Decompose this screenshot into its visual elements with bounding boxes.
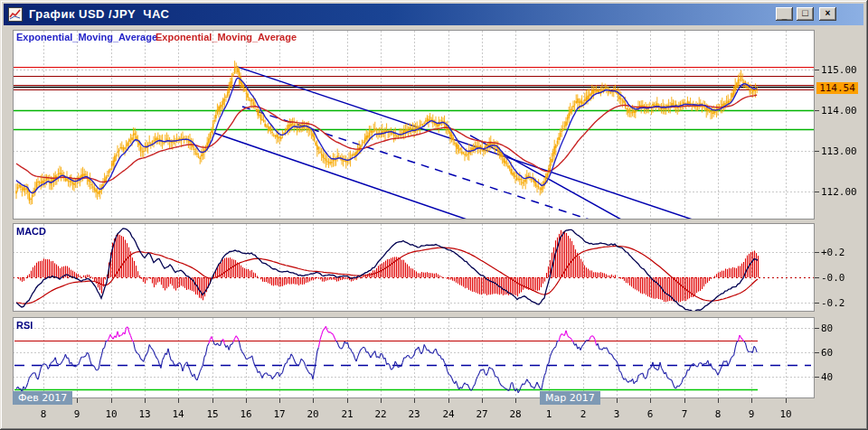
minimize-icon: _ (782, 10, 788, 20)
chart-window: График USD /JPY ЧАС _ □ × Exponential_Mo… (0, 0, 868, 430)
rsi-axis-label: 60 (821, 347, 833, 359)
rsi-panel-label: RSI (16, 320, 33, 331)
date-axis-label: 9 (749, 408, 755, 420)
macd-axis-label: +0.2 (821, 247, 845, 258)
chart-window-icon (8, 7, 23, 22)
date-axis-label: 14 (172, 408, 184, 420)
maximize-icon: □ (802, 7, 808, 18)
rsi-axis-label: 40 (821, 371, 833, 383)
month-tag: Мар 2017 (540, 391, 600, 405)
macd-axis-label: -0.2 (821, 297, 845, 309)
window-title: График USD /JPY ЧАС (29, 7, 169, 21)
date-axis-label: 1 (546, 408, 552, 420)
date-axis-label: 8 (715, 408, 722, 420)
date-axis-label: 22 (374, 408, 386, 420)
date-axis-label: 7 (682, 408, 688, 420)
date-axis-label: 10 (779, 408, 791, 420)
close-button[interactable]: × (819, 7, 836, 21)
date-axis-label: 23 (408, 408, 420, 420)
price-axis-label: 112.00 (821, 186, 857, 198)
date-axis-label: 9 (74, 408, 80, 420)
date-axis-label: 13 (138, 408, 150, 420)
rsi-axis-label: 80 (821, 322, 833, 334)
date-axis-label: 16 (240, 408, 251, 420)
date-axis-label: 15 (206, 408, 218, 420)
price-axis-label: 115.00 (821, 64, 857, 76)
date-axis-label: 10 (105, 408, 117, 420)
macd-panel-label: MACD (16, 226, 46, 237)
date-axis-label: 2 (580, 408, 587, 420)
macd-axis-label: -0.0 (821, 272, 845, 284)
legend-ema-slow: Exponential_Moving_Average (156, 32, 297, 42)
title-bar[interactable]: График USD /JPY ЧАС _ □ × (4, 4, 863, 25)
legend-ema-fast: Exponential_Moving_Average (16, 32, 157, 42)
date-axis-label: 3 (614, 408, 620, 420)
date-axis-label: 21 (341, 408, 353, 420)
minimize-button[interactable]: _ (776, 7, 793, 21)
chart-canvas[interactable] (0, 0, 868, 430)
price-axis-label: 114.00 (821, 105, 857, 117)
date-axis-label: 28 (509, 408, 521, 420)
month-tag: Фев 2017 (13, 391, 72, 405)
close-icon: × (826, 8, 831, 18)
price-axis-label: 113.00 (821, 145, 857, 157)
date-axis-label: 8 (41, 408, 47, 420)
current-price-badge: 114.54 (816, 82, 858, 94)
date-axis-label: 20 (307, 408, 318, 420)
date-axis-label: 17 (273, 408, 285, 420)
date-axis-label: 24 (442, 408, 454, 420)
maximize-button[interactable]: □ (797, 7, 814, 21)
date-axis-label: 6 (647, 408, 654, 420)
date-axis-label: 27 (476, 408, 487, 420)
